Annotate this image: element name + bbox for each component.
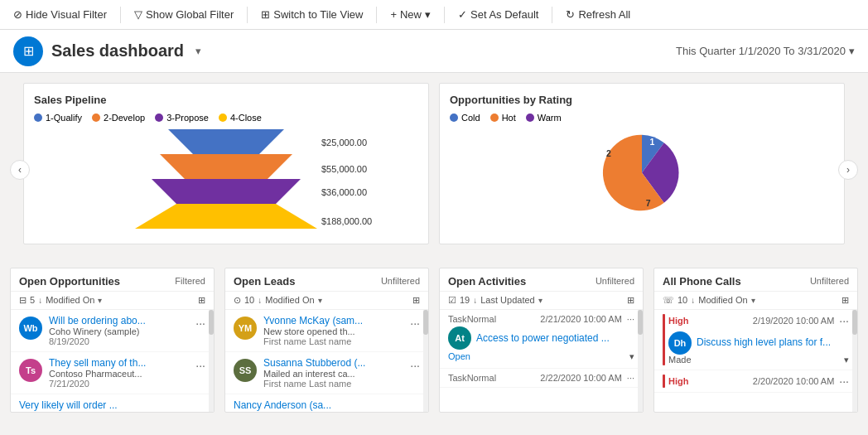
svg-text:$55,000.00: $55,000.00 <box>321 164 367 174</box>
activity-more-icon[interactable]: ··· <box>627 314 634 324</box>
all-phone-calls-content: High 2/19/2020 10:00 AM ··· Dh Discuss h… <box>654 310 857 412</box>
phone-meta: High 2/20/2020 10:00 AM ··· <box>668 375 849 388</box>
dashboard-icon: ⊞ <box>13 36 43 66</box>
scrollbar-thumb[interactable] <box>852 310 857 335</box>
phone-more-icon2[interactable]: ··· <box>839 375 849 388</box>
phone-sort-chevron-icon[interactable]: ▾ <box>751 296 755 305</box>
priority-bar <box>663 375 665 388</box>
global-filter-icon: ▽ <box>134 8 142 21</box>
more-options-icon[interactable]: ··· <box>195 359 205 372</box>
leads-sort-down-icon[interactable]: ↓ <box>258 296 262 305</box>
scrollbar-track[interactable] <box>638 310 643 412</box>
scrollbar-thumb[interactable] <box>209 310 214 335</box>
open-leads-status: Unfiltered <box>381 276 420 286</box>
title-chevron-icon[interactable]: ▾ <box>195 45 201 57</box>
scrollbar-track[interactable] <box>423 310 428 412</box>
open-opportunities-card: Open Opportunities Filtered ⊟ 5 ↓ Modifi… <box>10 268 215 413</box>
activity-chevron-icon[interactable]: ▾ <box>629 351 634 362</box>
phone-count: 10 <box>678 295 687 305</box>
toolbar-separator-4 <box>444 7 445 23</box>
open-leads-content: YM Yvonne McKay (sam... New store opened… <box>225 310 428 412</box>
more-options-icon[interactable]: ··· <box>410 359 420 372</box>
switch-tile-view-button[interactable]: ⊞ Switch to Tile View <box>254 5 369 24</box>
date-range-text: This Quarter 1/1/2020 To 3/31/2020 <box>676 45 846 57</box>
activities-sort-chevron-icon[interactable]: ▾ <box>538 296 542 305</box>
activities-filter-icon[interactable]: ⊞ <box>627 295 634 306</box>
phone-status-text: Made <box>668 355 692 365</box>
activity-title[interactable]: Access to power negotiated ... <box>476 332 610 344</box>
activities-sort-down-icon[interactable]: ↓ <box>473 296 477 305</box>
hide-visual-filter-button[interactable]: ⊘ Hide Visual Filter <box>7 5 113 24</box>
scrollbar-track[interactable] <box>209 310 214 412</box>
phone-avatar: Dh <box>668 331 692 355</box>
close-dot <box>219 114 227 122</box>
activity-datetime: 2/22/2020 10:00 AM <box>496 373 622 383</box>
item-title[interactable]: Very likely will order ... <box>19 399 205 411</box>
avatar: Wb <box>19 317 42 340</box>
all-phone-calls-card: All Phone Calls Unfiltered ☏ 10 ↓ Modifi… <box>653 268 858 413</box>
qualify-dot <box>34 114 42 122</box>
refresh-all-button[interactable]: ↻ Refresh All <box>559 5 637 24</box>
phone-filter-icon[interactable]: ⊞ <box>841 295 849 306</box>
all-phone-calls-header: All Phone Calls Unfiltered <box>654 268 857 292</box>
opp-filter-icon[interactable]: ⊞ <box>198 295 205 306</box>
item-title[interactable]: Yvonne McKay (sam... <box>263 315 403 326</box>
show-global-filter-button[interactable]: ▽ Show Global Filter <box>128 5 240 24</box>
item-company: Contoso Pharmaceut... <box>49 369 189 379</box>
svg-marker-4 <box>152 179 301 204</box>
nav-left-arrow[interactable]: ‹ <box>10 160 30 180</box>
cards-row: Open Opportunities Filtered ⊟ 5 ↓ Modifi… <box>10 268 858 413</box>
more-options-icon[interactable]: ··· <box>410 317 420 330</box>
svg-text:1: 1 <box>650 137 655 147</box>
show-global-filter-label: Show Global Filter <box>146 8 234 21</box>
item-title[interactable]: They sell many of th... <box>49 357 189 369</box>
open-opportunities-title: Open Opportunities <box>19 275 120 288</box>
activity-meta: Task Normal 2/21/2020 10:00 AM ··· <box>448 314 634 324</box>
legend-cold: Cold <box>450 113 480 123</box>
leads-icon: ⊙ <box>234 295 241 306</box>
activity-type: Task <box>448 314 467 324</box>
phone-datetime: 2/20/2020 10:00 AM <box>688 376 834 386</box>
new-button[interactable]: + New ▾ <box>383 5 437 24</box>
activities-count: 19 <box>460 295 470 305</box>
scrollbar-thumb[interactable] <box>423 310 428 335</box>
item-title[interactable]: Susanna Stubberod (... <box>263 357 403 369</box>
refresh-all-label: Refresh All <box>578 8 630 21</box>
open-activities-title: Open Activities <box>448 275 526 288</box>
opp-sort-chevron-icon[interactable]: ▾ <box>98 296 102 305</box>
dashboard-header: ⊞ Sales dashboard ▾ This Quarter 1/1/202… <box>0 30 868 73</box>
all-phone-calls-status: Unfiltered <box>810 276 849 286</box>
phone-chevron-icon[interactable]: ▾ <box>844 355 849 365</box>
legend-qualify: 1-Qualify <box>34 113 82 123</box>
all-phone-calls-title: All Phone Calls <box>663 275 741 288</box>
leads-sort-chevron-icon[interactable]: ▾ <box>318 296 322 305</box>
set-as-default-button[interactable]: ✓ Set As Default <box>451 5 545 24</box>
phone-title[interactable]: Discuss high level plans for f... <box>697 336 831 348</box>
activity-more-icon2[interactable]: ··· <box>627 373 634 383</box>
svg-text:2: 2 <box>606 148 611 158</box>
checkmark-icon: ✓ <box>458 8 467 21</box>
leads-filter-icon[interactable]: ⊞ <box>412 295 420 306</box>
scrollbar-thumb[interactable] <box>638 310 643 335</box>
item-title[interactable]: Will be ordering abo... <box>49 315 189 326</box>
open-opportunities-subheader: ⊟ 5 ↓ Modified On ▾ ⊞ <box>11 292 214 310</box>
nav-right-arrow[interactable]: › <box>838 160 858 180</box>
scrollbar-track[interactable] <box>852 310 857 412</box>
phone-sort-down-icon[interactable]: ↓ <box>691 296 695 305</box>
more-options-icon[interactable]: ··· <box>195 317 205 330</box>
title-area: ⊞ Sales dashboard ▾ <box>13 36 201 66</box>
toolbar-separator-1 <box>120 7 121 23</box>
list-item-content: Susanna Stubberod (... Mailed an interes… <box>263 357 403 389</box>
item-title[interactable]: Nancy Anderson (sa... <box>234 399 420 411</box>
phone-more-icon[interactable]: ··· <box>839 314 849 327</box>
tile-view-icon: ⊞ <box>261 8 270 21</box>
date-range-chevron-icon[interactable]: ▾ <box>849 45 855 57</box>
pie-container: 1 2 7 <box>450 129 834 216</box>
svg-text:$188,000.00: $188,000.00 <box>321 216 372 226</box>
activity-type: Task <box>448 373 467 383</box>
sort-down-icon[interactable]: ↓ <box>38 296 42 305</box>
date-range[interactable]: This Quarter 1/1/2020 To 3/31/2020 ▾ <box>676 45 855 57</box>
item-name: First name Last name <box>263 336 403 346</box>
toolbar-separator-3 <box>376 7 377 23</box>
item-name: First name Last name <box>263 379 403 389</box>
